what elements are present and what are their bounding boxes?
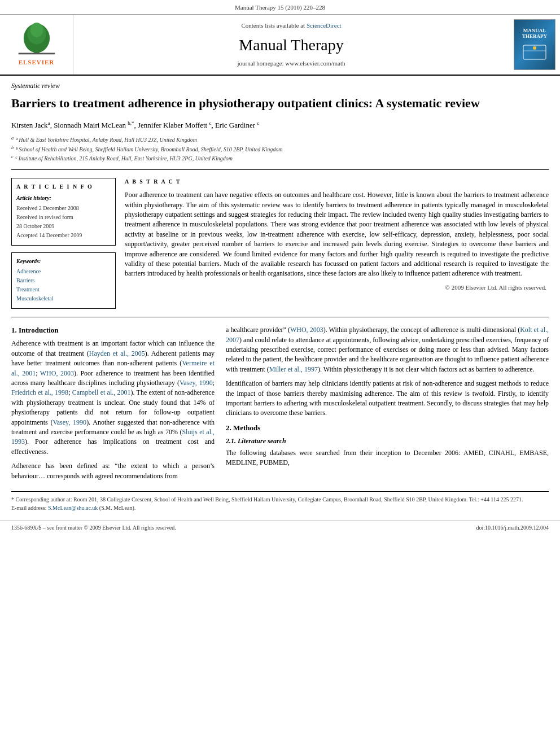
journal-cover-image: MANUALTHERAPY (514, 19, 555, 70)
ref-kolt[interactable]: Kolt et al., 2007 (226, 326, 549, 343)
bottom-bar: 1356-689X/$ – see front matter © 2009 El… (0, 520, 560, 535)
affiliation-b: b ᵇ School of Health and Well Being, She… (11, 145, 549, 154)
ref-hayden[interactable]: Hayden et al., 2005 (89, 350, 145, 357)
keyword-adherence[interactable]: Adherence (16, 268, 111, 276)
section2-title: 2. Methods (226, 423, 549, 433)
body-left-column: 1. Introduction Adherence with treatment… (11, 325, 215, 486)
journal-cover-graphic (520, 40, 549, 62)
body-divider (11, 317, 549, 317)
elsevier-tree-icon (17, 23, 56, 56)
abstract-column: A B S T R A C T Poor adherence to treatm… (125, 178, 549, 309)
keyword-musculoskeletal[interactable]: Musculoskeletal (16, 295, 111, 303)
keywords-label: Keywords: (16, 257, 111, 265)
journal-title: Manual Therapy (239, 34, 343, 56)
footnote-asterisk: * Corresponding author at: Room 201, 38 … (11, 495, 549, 504)
affiliations: a ᵃ Hull & East Yorkshire Hospital, Anla… (0, 133, 560, 167)
article-info-box: A R T I C L E I N F O Article history: R… (11, 178, 116, 246)
elsevier-logo: ELSEVIER (17, 23, 56, 67)
elsevier-logo-area: ELSEVIER (0, 15, 73, 75)
doi-line: doi:10.1016/j.math.2009.12.004 (476, 524, 549, 532)
abstract-section: A B S T R A C T Poor adherence to treatm… (125, 178, 549, 292)
section2-para1: The following databases were searched fr… (226, 448, 549, 468)
ref-sluijs[interactable]: Sluijs et al., 1993 (11, 428, 215, 445)
ref-vasey1990[interactable]: Vasey, 1990 (180, 379, 213, 387)
page-wrapper: Manual Therapy 15 (2010) 220–228 ELSEVIE… (0, 0, 560, 535)
section1-right-para2: Identification of barriers may help clin… (226, 379, 549, 418)
main-content: 1. Introduction Adherence with treatment… (0, 320, 560, 491)
ref-miller[interactable]: Miller et al., 1997 (269, 365, 318, 373)
section1-right-para1: a healthcare provider” (WHO, 2003). With… (226, 325, 549, 374)
abstract-header: A B S T R A C T (125, 178, 549, 186)
header-center: Contents lists available at ScienceDirec… (73, 15, 509, 75)
header-divider (11, 169, 549, 170)
keywords-box: Keywords: Adherence Barriers Treatment M… (11, 252, 116, 309)
sciencedirect-link[interactable]: ScienceDirect (307, 22, 342, 29)
footnote-email: E-mail address: S.McLean@shu.ac.uk (S.M.… (11, 504, 549, 512)
article-info-header: A R T I C L E I N F O (16, 183, 111, 191)
body-right-column: a healthcare provider” (WHO, 2003). With… (226, 325, 549, 486)
contents-line: Contents lists available at ScienceDirec… (241, 21, 341, 30)
top-bar: Manual Therapy 15 (2010) 220–228 (0, 0, 560, 15)
svg-rect-4 (18, 53, 55, 55)
ref-friedrich[interactable]: Friedrich et al., 1998 (11, 388, 68, 396)
keyword-barriers[interactable]: Barriers (16, 277, 111, 285)
affiliation-a: a ᵃ Hull & East Yorkshire Hospital, Anla… (11, 135, 549, 144)
header-area: ELSEVIER Contents lists available at Sci… (0, 15, 560, 76)
issn-line: 1356-689X/$ – see front matter © 2009 El… (11, 524, 176, 532)
journal-cover-area: MANUALTHERAPY (509, 15, 560, 75)
authors-text: Kirsten Jacka, Sionnadh Mairi McLean b,*… (11, 121, 259, 129)
copyright-line: © 2009 Elsevier Ltd. All rights reserved… (125, 283, 549, 292)
ref-campbell[interactable]: Campbell et al., 2001 (72, 388, 131, 396)
ref-vasey1990b[interactable]: Vasey, 1990 (53, 418, 86, 426)
section1-para2: Adherence has been defined as: “the exte… (11, 461, 215, 481)
elsevier-brand-text: ELSEVIER (19, 58, 55, 67)
article-history-label: Article history: (16, 194, 111, 202)
abstract-text: Poor adherence to treatment can have neg… (125, 190, 549, 279)
ref-who2003b[interactable]: WHO, 2003 (290, 326, 323, 334)
svg-point-3 (30, 23, 42, 37)
revised-date: 28 October 2009 (16, 222, 111, 230)
received-revised-label: Received in revised form (16, 213, 111, 221)
section2-sub-title: 2.1. Literature search (226, 436, 549, 446)
article-type: Systematic review (0, 76, 560, 93)
svg-point-7 (533, 46, 536, 50)
article-info-abstract-section: A R T I C L E I N F O Article history: R… (0, 172, 560, 314)
journal-reference: Manual Therapy 15 (2010) 220–228 (235, 4, 325, 11)
footnote-area: * Corresponding author at: Room 201, 38 … (11, 491, 549, 516)
ref-who2003[interactable]: WHO, 2003 (40, 369, 74, 377)
authors-line: Kirsten Jacka, Sionnadh Mairi McLean b,*… (0, 117, 560, 133)
affiliation-c: c ᶜ Institute of Rehabilitation, 215 Anl… (11, 154, 549, 163)
keyword-treatment[interactable]: Treatment (16, 286, 111, 294)
section1-title: 1. Introduction (11, 325, 215, 335)
accepted-date: Accepted 14 December 2009 (16, 231, 111, 239)
section1-para1: Adherence with treatment is an important… (11, 339, 215, 457)
journal-homepage: journal homepage: www.elsevier.com/math (237, 59, 345, 68)
journal-cover-title: MANUALTHERAPY (522, 28, 547, 40)
received-date: Received 2 December 2008 (16, 204, 111, 212)
email-link[interactable]: S.McLean@shu.ac.uk (48, 505, 98, 511)
article-title: Barriers to treatment adherence in physi… (0, 93, 560, 117)
article-info-column: A R T I C L E I N F O Article history: R… (11, 178, 116, 309)
